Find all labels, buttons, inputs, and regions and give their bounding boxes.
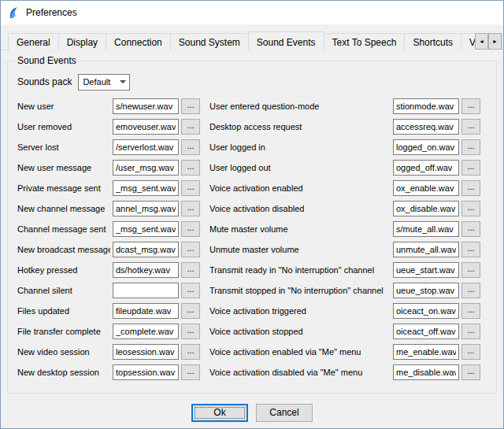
sound-file-input[interactable]	[393, 364, 459, 380]
sound-file-input[interactable]	[393, 344, 459, 360]
browse-button[interactable]: ...	[181, 324, 200, 339]
browse-button[interactable]: ...	[181, 98, 200, 114]
browse-button[interactable]: ...	[181, 160, 200, 176]
sound-event-label: User logged out	[209, 163, 391, 172]
sound-file-input[interactable]	[393, 160, 459, 176]
sound-file-input[interactable]	[393, 324, 459, 339]
sounds-pack-label: Sounds pack	[17, 76, 72, 87]
sound-file-input[interactable]	[113, 98, 179, 114]
sound-event-row: Channel message sent...	[17, 219, 200, 239]
browse-button[interactable]: ...	[181, 262, 200, 278]
browse-button[interactable]: ...	[461, 221, 480, 237]
sound-event-label: New broadcast message	[17, 245, 110, 254]
browse-button[interactable]: ...	[461, 344, 480, 360]
sound-file-input[interactable]	[113, 160, 179, 176]
groupbox-title: Sound Events	[14, 55, 80, 66]
sound-event-label: Unmute master volume	[209, 245, 391, 254]
browse-button[interactable]: ...	[181, 303, 200, 319]
browse-button[interactable]: ...	[181, 119, 200, 135]
sound-file-input[interactable]	[393, 262, 459, 278]
sound-file-input[interactable]	[393, 98, 459, 114]
sound-file-input[interactable]	[393, 139, 459, 155]
sound-event-label: Voice activation disabled	[209, 204, 391, 213]
browse-button[interactable]: ...	[181, 283, 200, 298]
browse-button[interactable]: ...	[181, 139, 200, 155]
sound-event-row: Voice activation triggered...	[209, 301, 480, 321]
tab-strip: GeneralDisplayConnectionSound SystemSoun…	[8, 31, 502, 50]
tab-general[interactable]: General	[8, 33, 59, 50]
sound-file-input[interactable]	[113, 221, 179, 237]
sound-event-row: Transmit stopped in "No interruption" ch…	[209, 280, 480, 301]
sound-event-label: Voice activation stopped	[209, 327, 391, 336]
sound-event-label: File transfer complete	[17, 327, 110, 336]
sound-file-input[interactable]	[393, 119, 459, 135]
tab-text-to-speech[interactable]: Text To Speech	[324, 33, 406, 50]
browse-button[interactable]: ...	[461, 160, 480, 176]
browse-button[interactable]: ...	[181, 180, 200, 196]
browse-button[interactable]: ...	[181, 242, 200, 257]
sound-file-input[interactable]	[113, 364, 179, 380]
browse-button[interactable]: ...	[461, 180, 480, 196]
browse-button[interactable]: ...	[461, 139, 480, 155]
sound-file-input[interactable]	[113, 139, 179, 155]
sound-event-label: Voice activation enabled via "Me" menu	[209, 347, 391, 357]
ok-button[interactable]: Ok	[191, 404, 248, 422]
sound-file-input[interactable]	[113, 344, 179, 360]
browse-button[interactable]: ...	[461, 242, 480, 257]
browse-button[interactable]: ...	[181, 344, 200, 360]
sound-file-input[interactable]	[113, 303, 179, 319]
tab-display[interactable]: Display	[58, 33, 106, 50]
sound-events-column-right: User entered question-mode...Desktop acc…	[209, 96, 480, 383]
sound-event-row: Voice activation stopped...	[209, 321, 480, 342]
cancel-button[interactable]: Cancel	[256, 404, 313, 422]
sound-event-row: User logged out...	[209, 157, 480, 178]
window-title: Preferences	[26, 7, 77, 18]
sound-event-row: Channel silent...	[17, 280, 200, 301]
browse-button[interactable]: ...	[461, 283, 480, 298]
browse-button[interactable]: ...	[461, 262, 480, 278]
sound-event-row: New user...	[17, 96, 200, 116]
tab-scroll-right-button[interactable]: ►	[488, 33, 502, 50]
browse-button[interactable]: ...	[461, 364, 480, 380]
sound-events-columns: New user...User removed...Server lost...…	[17, 96, 488, 383]
sound-file-input[interactable]	[393, 221, 459, 237]
sound-file-input[interactable]	[393, 201, 459, 216]
sound-file-input[interactable]	[393, 303, 459, 319]
sound-file-input[interactable]	[113, 180, 179, 196]
sound-event-label: User removed	[17, 122, 110, 131]
sound-file-input[interactable]	[393, 180, 459, 196]
tab-sound-events[interactable]: Sound Events	[248, 31, 324, 50]
titlebar: Preferences	[1, 1, 503, 24]
tab-scroll-left-button[interactable]: ◄	[475, 33, 488, 50]
tab-shortcuts[interactable]: Shortcuts	[404, 33, 461, 50]
sound-file-input[interactable]	[113, 324, 179, 339]
sound-file-input[interactable]	[393, 242, 459, 257]
sound-event-label: Desktop access request	[209, 122, 391, 131]
sound-event-row: New channel message...	[17, 198, 200, 219]
sound-file-input[interactable]	[113, 262, 179, 278]
tab-connection[interactable]: Connection	[106, 33, 171, 50]
browse-button[interactable]: ...	[461, 119, 480, 135]
sound-event-label: Server lost	[17, 142, 110, 152]
browse-button[interactable]: ...	[461, 303, 480, 319]
sound-event-label: New desktop session	[17, 368, 110, 377]
sound-file-input[interactable]	[393, 283, 459, 298]
sound-event-row: Hotkey pressed...	[17, 260, 200, 280]
browse-button[interactable]: ...	[181, 364, 200, 380]
sound-event-row: New video session...	[17, 342, 200, 362]
sound-event-label: Hotkey pressed	[17, 265, 110, 275]
sounds-pack-select[interactable]: Default	[78, 74, 130, 91]
sound-event-row: Transmit ready in "No interruption" chan…	[209, 260, 480, 280]
browse-button[interactable]: ...	[181, 221, 200, 237]
browse-button[interactable]: ...	[461, 324, 480, 339]
browse-button[interactable]: ...	[181, 201, 200, 216]
browse-button[interactable]: ...	[461, 201, 480, 216]
sound-event-label: User logged in	[209, 142, 391, 152]
sound-event-row: Desktop access request...	[209, 116, 480, 137]
browse-button[interactable]: ...	[461, 98, 480, 114]
sound-file-input[interactable]	[113, 119, 179, 135]
sound-file-input[interactable]	[113, 283, 179, 298]
sound-file-input[interactable]	[113, 242, 179, 257]
sound-file-input[interactable]	[113, 201, 179, 216]
tab-sound-system[interactable]: Sound System	[170, 33, 249, 50]
